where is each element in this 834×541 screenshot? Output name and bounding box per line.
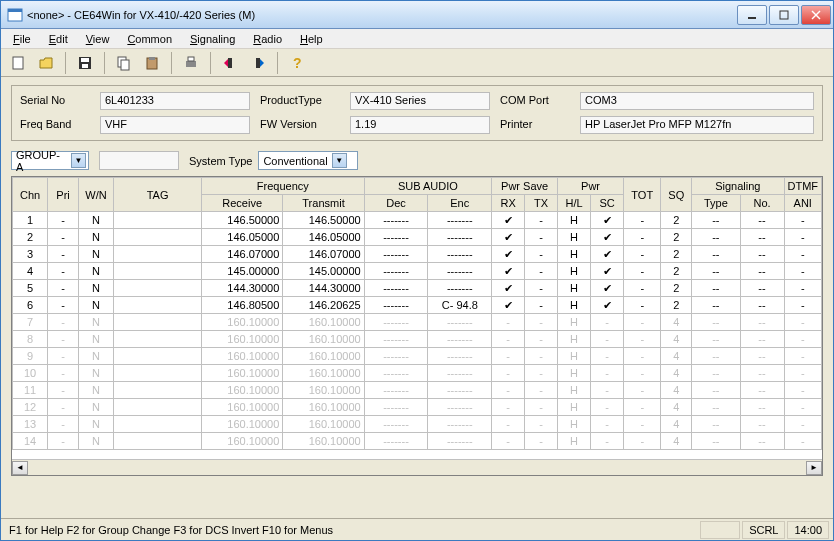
cell[interactable]: H — [558, 365, 591, 382]
col-ani[interactable]: ANI — [784, 195, 822, 212]
channel-table[interactable]: Chn Pri W/N TAG Frequency SUB AUDIO Pwr … — [12, 177, 822, 450]
cell[interactable]: - — [784, 365, 822, 382]
cell[interactable]: - — [624, 331, 661, 348]
cell[interactable]: ✔ — [492, 229, 525, 246]
cell[interactable]: ------- — [428, 263, 492, 280]
cell[interactable]: - — [624, 382, 661, 399]
menu-view[interactable]: View — [78, 31, 118, 47]
cell[interactable]: ✔ — [492, 297, 525, 314]
cell[interactable]: 2 — [661, 246, 692, 263]
colgrp-frequency[interactable]: Frequency — [202, 178, 365, 195]
cell[interactable]: 160.10000 — [283, 399, 364, 416]
cell[interactable]: - — [624, 263, 661, 280]
table-row-empty[interactable]: 7-N160.10000160.10000----------------H--… — [13, 314, 822, 331]
cell[interactable]: -- — [692, 280, 740, 297]
cell[interactable]: ✔ — [591, 263, 624, 280]
cell[interactable]: - — [784, 314, 822, 331]
cell[interactable]: 160.10000 — [202, 382, 283, 399]
cell[interactable]: - — [784, 331, 822, 348]
cell[interactable]: 2 — [661, 263, 692, 280]
cell[interactable]: ------- — [428, 229, 492, 246]
cell[interactable]: N — [78, 263, 113, 280]
cell[interactable]: - — [525, 212, 558, 229]
cell[interactable]: 160.10000 — [202, 365, 283, 382]
cell[interactable]: H — [558, 314, 591, 331]
cell[interactable]: - — [48, 212, 79, 229]
menu-help[interactable]: Help — [292, 31, 331, 47]
cell[interactable]: - — [48, 399, 79, 416]
cell[interactable]: 4 — [661, 416, 692, 433]
open-icon[interactable] — [35, 52, 57, 74]
col-chn[interactable]: Chn — [13, 178, 48, 212]
cell[interactable]: 146.50000 — [283, 212, 364, 229]
cell[interactable]: ------- — [428, 331, 492, 348]
col-transmit[interactable]: Transmit — [283, 195, 364, 212]
cell[interactable]: - — [48, 433, 79, 450]
titlebar[interactable]: <none> - CE64Win for VX-410/-420 Series … — [1, 1, 833, 29]
cell[interactable]: - — [624, 280, 661, 297]
menu-radio[interactable]: Radio — [245, 31, 290, 47]
table-row-empty[interactable]: 10-N160.10000160.10000----------------H-… — [13, 365, 822, 382]
cell[interactable]: H — [558, 331, 591, 348]
cell[interactable]: - — [784, 280, 822, 297]
cell[interactable]: 14 — [13, 433, 48, 450]
cell[interactable]: - — [784, 433, 822, 450]
cell[interactable]: - — [492, 365, 525, 382]
cell[interactable]: - — [624, 297, 661, 314]
cell[interactable]: N — [78, 229, 113, 246]
cell[interactable]: ✔ — [591, 297, 624, 314]
cell[interactable]: H — [558, 246, 591, 263]
cell[interactable]: -- — [740, 433, 784, 450]
cell[interactable]: 160.10000 — [202, 331, 283, 348]
cell[interactable]: 160.10000 — [202, 348, 283, 365]
cell[interactable]: - — [784, 382, 822, 399]
cell[interactable]: -- — [692, 246, 740, 263]
cell[interactable]: ✔ — [492, 263, 525, 280]
cell[interactable]: ✔ — [591, 229, 624, 246]
cell[interactable] — [114, 280, 202, 297]
cell[interactable]: 3 — [13, 246, 48, 263]
cell[interactable]: -- — [740, 314, 784, 331]
table-row[interactable]: 4-N145.00000145.00000--------------✔-H✔-… — [13, 263, 822, 280]
cell[interactable]: - — [591, 331, 624, 348]
new-icon[interactable] — [7, 52, 29, 74]
cell[interactable] — [114, 433, 202, 450]
cell[interactable]: ✔ — [591, 246, 624, 263]
chevron-down-icon[interactable]: ▼ — [332, 153, 347, 168]
cell[interactable]: N — [78, 348, 113, 365]
col-dec[interactable]: Dec — [364, 195, 428, 212]
cell[interactable]: H — [558, 229, 591, 246]
cell[interactable]: ------- — [364, 212, 428, 229]
cell[interactable]: N — [78, 382, 113, 399]
cell[interactable]: ------- — [428, 399, 492, 416]
menu-signaling[interactable]: Signaling — [182, 31, 243, 47]
cell[interactable]: -- — [692, 297, 740, 314]
cell[interactable]: N — [78, 314, 113, 331]
cell[interactable]: - — [525, 331, 558, 348]
cell[interactable] — [114, 365, 202, 382]
cell[interactable]: 4 — [661, 433, 692, 450]
cell[interactable]: - — [48, 348, 79, 365]
cell[interactable]: 160.10000 — [202, 314, 283, 331]
cell[interactable]: ✔ — [492, 280, 525, 297]
cell[interactable]: -- — [692, 212, 740, 229]
cell[interactable]: -- — [740, 263, 784, 280]
cell[interactable]: - — [591, 348, 624, 365]
cell[interactable]: -- — [740, 297, 784, 314]
cell[interactable]: 10 — [13, 365, 48, 382]
cell[interactable]: 4 — [661, 348, 692, 365]
cell[interactable]: - — [591, 399, 624, 416]
cell[interactable]: ------- — [428, 348, 492, 365]
cell[interactable]: ------- — [364, 416, 428, 433]
col-hl[interactable]: H/L — [558, 195, 591, 212]
cell[interactable]: - — [784, 399, 822, 416]
cell[interactable]: ------- — [364, 263, 428, 280]
cell[interactable]: -- — [692, 433, 740, 450]
cell[interactable]: 144.30000 — [283, 280, 364, 297]
cell[interactable]: -- — [692, 382, 740, 399]
cell[interactable] — [114, 348, 202, 365]
cell[interactable]: - — [48, 246, 79, 263]
cell[interactable]: 4 — [661, 382, 692, 399]
col-enc[interactable]: Enc — [428, 195, 492, 212]
cell[interactable]: - — [784, 246, 822, 263]
